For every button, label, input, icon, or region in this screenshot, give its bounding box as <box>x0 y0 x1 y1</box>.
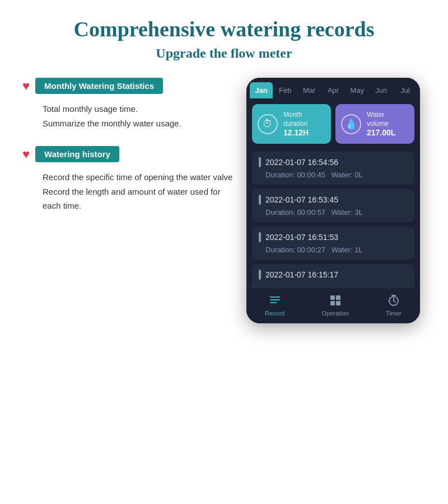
history-item-3: 2022-01-07 16:51:53 Duration: 00:00:27 W… <box>252 227 414 260</box>
svg-line-9 <box>394 301 395 302</box>
operation-label: Operation <box>322 310 349 317</box>
timer-icon <box>386 293 402 308</box>
heart-icon-2: ♥ <box>22 147 30 162</box>
history-details-1: Duration: 00:00:45 Water: 0L <box>259 171 408 179</box>
svg-rect-0 <box>270 296 280 298</box>
tab-jul[interactable]: Jul <box>394 82 417 98</box>
history-item-4-partial: 2022-01-07 16:15:17 <box>252 264 414 288</box>
svg-rect-1 <box>270 299 280 300</box>
nav-timer[interactable]: Timer <box>386 293 402 317</box>
watering-history-description: Record the specific time of opening the … <box>22 170 235 213</box>
time-bar-3 <box>259 232 261 242</box>
timer-label: Timer <box>386 310 402 317</box>
duration-label: Monthduration <box>283 111 309 128</box>
history-datetime-2: 2022-01-07 16:53:45 <box>259 195 408 205</box>
monthly-stats-description: Total monthly usage time. Summarize the … <box>22 102 235 130</box>
time-bar-4 <box>259 270 261 280</box>
operation-icon <box>328 293 343 308</box>
tab-may[interactable]: May <box>346 82 368 98</box>
svg-rect-3 <box>330 295 335 300</box>
time-bar-1 <box>259 157 261 167</box>
tab-jun[interactable]: Jun <box>370 82 393 98</box>
subtitle: Upgrade the flow meter <box>22 46 426 61</box>
stats-row: ⏱ Monthduration 12.12H 💧 Watervolume 217… <box>246 98 420 149</box>
stat-card-volume: 💧 Watervolume 217.00L <box>335 104 414 144</box>
page-container: Comprehensive watering records Upgrade t… <box>0 0 448 504</box>
watering-history-badge: Watering history <box>35 146 119 162</box>
stat-text-volume: Watervolume 217.00L <box>367 111 395 137</box>
svg-rect-4 <box>336 295 340 300</box>
feature-header-1: ♥ Monthly Watering Statistics <box>22 78 235 94</box>
tab-apr[interactable]: Apr <box>322 82 345 98</box>
nav-record[interactable]: Record <box>265 293 284 317</box>
content-area: ♥ Monthly Watering Statistics Total mont… <box>22 78 426 323</box>
main-title: Comprehensive watering records <box>22 17 426 41</box>
feature-monthly-stats: ♥ Monthly Watering Statistics Total mont… <box>22 78 235 130</box>
record-label: Record <box>265 310 284 317</box>
feature-header-2: ♥ Watering history <box>22 146 235 162</box>
history-datetime-3: 2022-01-07 16:51:53 <box>259 232 408 242</box>
stat-card-duration: ⏱ Monthduration 12.12H <box>252 104 331 144</box>
history-details-2: Duration: 00:00:57 Water: 3L <box>259 208 408 216</box>
history-details-3: Duration: 00:00:27 Water: 1L <box>259 246 408 254</box>
tab-feb[interactable]: Feb <box>274 82 297 98</box>
tab-mar[interactable]: Mar <box>298 82 321 98</box>
svg-rect-2 <box>270 302 277 303</box>
feature-watering-history: ♥ Watering history Record the specific t… <box>22 146 235 213</box>
volume-icon: 💧 <box>341 114 361 134</box>
volume-label: Watervolume <box>367 111 395 128</box>
monthly-stats-badge: Monthly Watering Statistics <box>35 78 163 94</box>
duration-icon: ⏱ <box>258 114 278 134</box>
right-panel: Jan Feb Mar Apr May Jun Jul ⏱ Monthdurat… <box>246 78 426 323</box>
history-list: 2022-01-07 16:54:56 Duration: 00:00:45 W… <box>246 149 420 288</box>
time-bar-2 <box>259 195 261 205</box>
left-panel: ♥ Monthly Watering Statistics Total mont… <box>22 78 235 229</box>
bottom-nav: Record Operation <box>246 288 420 323</box>
history-datetime-4: 2022-01-07 16:15:17 <box>259 270 408 280</box>
svg-rect-6 <box>336 301 340 305</box>
duration-value: 12.12H <box>283 128 309 137</box>
record-icon <box>267 293 283 308</box>
month-tabs: Jan Feb Mar Apr May Jun Jul <box>246 78 420 98</box>
tab-jan[interactable]: Jan <box>250 82 273 98</box>
history-datetime-1: 2022-01-07 16:54:56 <box>259 157 408 167</box>
nav-operation[interactable]: Operation <box>322 293 349 317</box>
history-item-2: 2022-01-07 16:53:45 Duration: 00:00:57 W… <box>252 189 414 222</box>
svg-rect-5 <box>330 301 335 305</box>
volume-value: 217.00L <box>367 128 395 137</box>
stat-text-duration: Monthduration 12.12H <box>283 111 309 137</box>
history-item-1: 2022-01-07 16:54:56 Duration: 00:00:45 W… <box>252 152 414 185</box>
heart-icon-1: ♥ <box>22 79 30 93</box>
phone-mockup: Jan Feb Mar Apr May Jun Jul ⏱ Monthdurat… <box>246 78 420 323</box>
